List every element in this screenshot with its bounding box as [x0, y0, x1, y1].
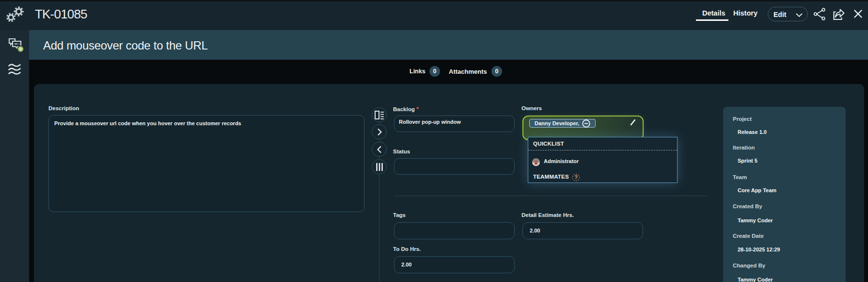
svg-text:0: 0	[19, 47, 22, 51]
